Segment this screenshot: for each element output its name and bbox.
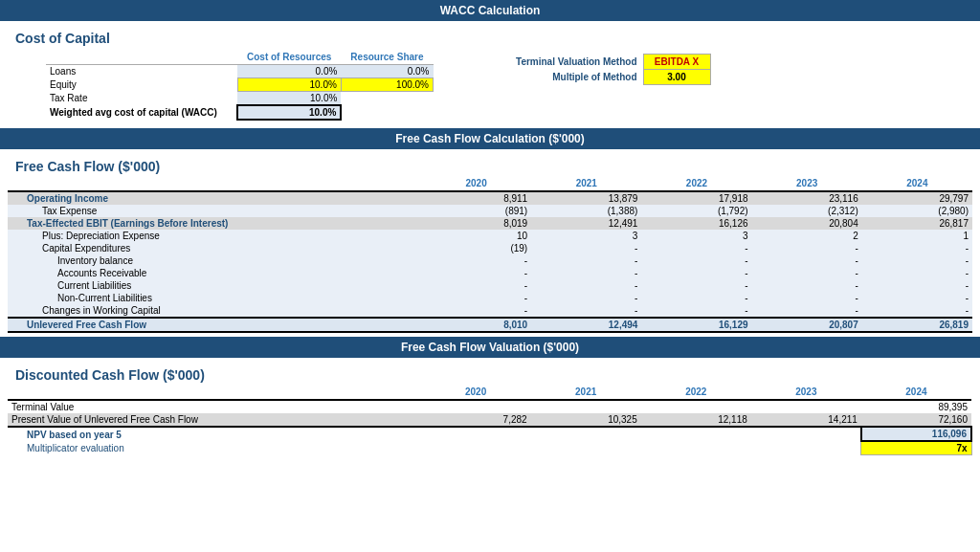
mult-empty (641, 441, 751, 455)
fcf-table-row: Tax Expense(891)(1,388)(1,792)(2,312)(2,… (8, 205, 972, 217)
dcf-year-header: 2020 (421, 385, 531, 400)
fcf-row-value: - (421, 254, 531, 267)
fcf-table-row: Inventory balance----- (8, 254, 972, 267)
fcf-row-value: 3 (531, 230, 641, 242)
dcf-row-value (641, 400, 751, 413)
wacc-header: WACC Calculation (0, 0, 980, 21)
fcf-row-value: - (641, 279, 751, 292)
fcf-row-value: (2,980) (862, 205, 972, 217)
fcf-row-label: Changes in Working Capital (8, 304, 421, 318)
dcf-label-header (8, 385, 421, 400)
fcf-row-label: Unlevered Free Cash Flow (8, 318, 421, 332)
fcf-row-value: 26,819 (862, 318, 972, 332)
dcf-row-value: 89,395 (861, 400, 971, 413)
fcf-row-value: (891) (421, 205, 531, 217)
cost-row-col1[interactable]: 10.0% (237, 105, 341, 120)
fcf-row-label: Accounts Receivable (8, 267, 421, 279)
npv-value: 116,096 (861, 427, 971, 441)
multiplicator-value[interactable]: 7x (861, 441, 971, 455)
fcf-row-value: - (531, 254, 641, 267)
fcf-table-row: Changes in Working Capital----- (8, 304, 972, 318)
col-label-header (46, 50, 237, 65)
fcf-row-value: - (862, 254, 972, 267)
fcf-row-value: - (641, 292, 751, 304)
fcf-row-value: - (752, 267, 862, 279)
terminal-table: Terminal Valuation Method EBITDA X Multi… (510, 54, 711, 85)
cost-row-label: Tax Rate (46, 92, 237, 106)
fcf-row-label: Plus: Depreciation Expense (8, 230, 421, 242)
dcf-section: Discounted Cash Flow ($'000) 20202021202… (0, 358, 980, 459)
cost-row-col2: 0.0% (341, 65, 433, 78)
cost-row-label: Equity (46, 78, 237, 92)
fcf-row-value: 20,807 (752, 318, 862, 332)
dcf-row-value (531, 400, 641, 413)
dcf-table-row: Present Value of Unlevered Free Cash Flo… (8, 413, 971, 427)
fcf-row-value: - (531, 304, 641, 318)
col2-header: Resource Share (341, 50, 433, 65)
fcf-row-value: - (752, 304, 862, 318)
fcf-row-value: - (641, 304, 751, 318)
fcf-year-header: 2023 (752, 176, 862, 191)
dcf-year-header: 2021 (531, 385, 641, 400)
fcf-table-row: Unlevered Free Cash Flow8,01012,49416,12… (8, 318, 972, 332)
fcf-row-value: - (752, 242, 862, 254)
terminal-method-label: Terminal Valuation Method (510, 55, 643, 70)
dcf-year-header: 2024 (861, 385, 971, 400)
dcf-row-value (421, 400, 531, 413)
fcf-row-value: - (862, 267, 972, 279)
fcf-row-value: 12,494 (531, 318, 641, 332)
fcf-row-value: (1,388) (531, 205, 641, 217)
fcf-row-value: - (531, 292, 641, 304)
dcf-row-value: 12,118 (641, 413, 751, 427)
fcf-row-value: 8,911 (421, 191, 531, 205)
fcf-row-value: (2,312) (752, 205, 862, 217)
npv-empty (421, 427, 531, 441)
fcf-row-value: 17,918 (641, 191, 751, 205)
fcf-section: Free Cash Flow ($'000) 20202021202220232… (0, 149, 980, 337)
fcf-year-header: 2020 (421, 176, 531, 191)
fcf-row-value: - (752, 254, 862, 267)
dcf-row-value: 10,325 (531, 413, 641, 427)
fcf-table: 20202021202220232024 Operating Income8,9… (8, 176, 972, 333)
dcf-row-value: 14,211 (751, 413, 861, 427)
fcf-row-value: - (752, 279, 862, 292)
fcf-row-value: 8,019 (421, 217, 531, 230)
fcf-row-label: Tax-Effected EBIT (Earnings Before Inter… (8, 217, 421, 230)
cost-row-col2[interactable]: 100.0% (341, 78, 433, 92)
multiplicator-label: Multiplicator evaluation (8, 441, 421, 455)
fcf-row-value: 16,129 (641, 318, 751, 332)
fcf-row-value: - (421, 267, 531, 279)
fcf-row-value: - (641, 267, 751, 279)
npv-empty (641, 427, 751, 441)
fcf-row-value: 29,797 (862, 191, 972, 205)
cost-row-label: Loans (46, 65, 237, 78)
fcf-row-value: 10 (421, 230, 531, 242)
mult-empty (421, 441, 531, 455)
dcf-row-value: 72,160 (861, 413, 971, 427)
col1-header: Cost of Resources (237, 50, 341, 65)
fcf-row-value: 1 (862, 230, 972, 242)
cost-of-capital-section: Cost of Capital Cost of Resources Resour… (0, 21, 980, 128)
fcf-year-header: 2021 (531, 176, 641, 191)
multiplicator-row: Multiplicator evaluation7x (8, 441, 971, 455)
fcf-row-value: 3 (641, 230, 751, 242)
cost-row-col2 (341, 105, 433, 120)
fcf-row-value: 13,879 (531, 191, 641, 205)
cost-row-col1: 10.0% (237, 92, 341, 106)
fcf-row-value: - (531, 267, 641, 279)
fcf-row-value: - (531, 242, 641, 254)
fcf-row-value: - (862, 242, 972, 254)
fcf-table-row: Current Liabilities----- (8, 279, 972, 292)
npv-empty (751, 427, 861, 441)
fcf-row-value: 26,817 (862, 217, 972, 230)
fcf-header: Free Cash Flow Calculation ($'000) (0, 128, 980, 149)
terminal-multiple-value[interactable]: 3.00 (643, 70, 710, 85)
dcf-year-header: 2023 (751, 385, 861, 400)
terminal-method-value[interactable]: EBITDA X (643, 55, 710, 70)
cost-row-col1[interactable]: 10.0% (237, 78, 341, 92)
dcf-table-row: Terminal Value89,395 (8, 400, 971, 413)
fcf-row-value: 8,010 (421, 318, 531, 332)
dcf-row-label: Present Value of Unlevered Free Cash Flo… (8, 413, 421, 427)
fcf-title: Free Cash Flow ($'000) (8, 153, 972, 176)
dcf-row-value: 7,282 (421, 413, 531, 427)
